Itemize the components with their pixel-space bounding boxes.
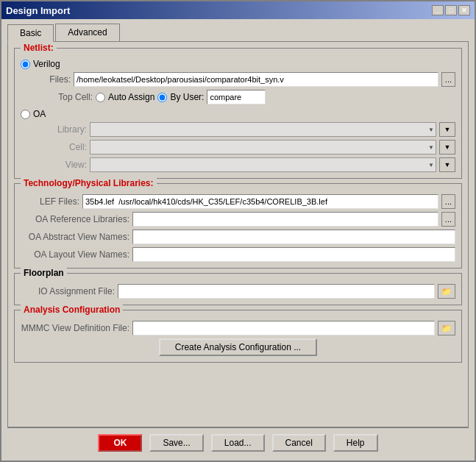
verilog-radio[interactable] bbox=[21, 60, 30, 69]
oa-layout-row: OA Layout View Names: bbox=[21, 247, 455, 262]
netlist-inner: Verilog Files: ... Top Cell: Auto Assign bbox=[21, 59, 455, 172]
close-button[interactable]: ✕ bbox=[458, 5, 470, 15]
bottom-bar: OK Save... Load... Cancel Help bbox=[7, 427, 469, 455]
by-user-input[interactable] bbox=[207, 90, 266, 104]
tech-inner: LEF Files: ... OA Reference Libraries: .… bbox=[21, 194, 455, 262]
tabs: Basic Advanced bbox=[7, 24, 469, 41]
analysis-section: Analysis Configuration MMMC View Definit… bbox=[14, 310, 462, 363]
files-row: Files: ... bbox=[43, 72, 455, 87]
topcell-row: Top Cell: Auto Assign By User: bbox=[43, 90, 455, 104]
floorplan-section: Floorplan IO Assignment File: 📁 bbox=[14, 273, 462, 305]
library-dropdown-btn[interactable]: ▼ bbox=[439, 122, 455, 137]
maximize-button[interactable]: □ bbox=[445, 5, 457, 15]
library-label: Library: bbox=[43, 124, 87, 135]
oa-ref-row: OA Reference Libraries: ... bbox=[21, 212, 455, 227]
oa-ref-browse-button[interactable]: ... bbox=[441, 212, 455, 227]
lef-row: LEF Files: ... bbox=[21, 194, 455, 209]
lef-input[interactable] bbox=[82, 194, 438, 209]
titlebar-buttons: _ □ ✕ bbox=[432, 5, 470, 15]
oa-label: OA bbox=[33, 109, 46, 119]
oa-layout-label: OA Layout View Names: bbox=[21, 249, 129, 260]
netlist-title: Netlist: bbox=[21, 43, 57, 53]
io-row: IO Assignment File: 📁 bbox=[21, 284, 455, 299]
cell-row: Cell: ▼ bbox=[43, 140, 455, 154]
io-label: IO Assignment File: bbox=[21, 286, 115, 296]
analysis-inner: MMMC View Definition File: 📁 Create Anal… bbox=[21, 321, 455, 356]
files-label: Files: bbox=[43, 74, 71, 85]
view-dropdown-btn[interactable]: ▼ bbox=[439, 157, 455, 172]
library-dropdown-wrapper bbox=[90, 122, 436, 137]
floorplan-title: Floorplan bbox=[21, 268, 67, 278]
library-dropdown[interactable] bbox=[90, 122, 436, 137]
tab-advanced[interactable]: Advanced bbox=[55, 24, 119, 41]
mmmc-input[interactable] bbox=[132, 321, 435, 335]
library-row: Library: ▼ bbox=[43, 122, 455, 137]
cancel-button[interactable]: Cancel bbox=[272, 434, 326, 452]
window-title: Design Import bbox=[6, 5, 70, 16]
view-dropdown[interactable] bbox=[90, 157, 436, 172]
files-input[interactable] bbox=[74, 72, 438, 87]
oa-radio[interactable] bbox=[21, 110, 30, 119]
tech-title: Technology/Physical Libraries: bbox=[21, 178, 157, 188]
lef-label: LEF Files: bbox=[21, 196, 79, 207]
floorplan-inner: IO Assignment File: 📁 bbox=[21, 284, 455, 299]
cell-dropdown-btn[interactable]: ▼ bbox=[439, 140, 455, 154]
mmmc-row: MMMC View Definition File: 📁 bbox=[21, 321, 455, 335]
help-button[interactable]: Help bbox=[333, 434, 378, 452]
oa-ref-label: OA Reference Libraries: bbox=[21, 214, 129, 224]
verilog-row: Verilog bbox=[21, 59, 455, 69]
oa-layout-input[interactable] bbox=[132, 247, 455, 262]
files-browse-button[interactable]: ... bbox=[441, 72, 455, 87]
analysis-title: Analysis Configuration bbox=[21, 305, 123, 315]
oa-ref-input[interactable] bbox=[132, 212, 438, 227]
window-content: Basic Advanced Netlist: Verilog Files: bbox=[1, 19, 475, 461]
view-row: View: ▼ bbox=[43, 157, 455, 172]
netlist-section: Netlist: Verilog Files: ... T bbox=[14, 48, 462, 179]
ok-button[interactable]: OK bbox=[98, 434, 142, 452]
mmmc-label: MMMC View Definition File: bbox=[21, 323, 129, 333]
auto-assign-radio[interactable] bbox=[96, 93, 105, 102]
lef-browse-button[interactable]: ... bbox=[441, 194, 455, 209]
create-btn-wrapper: Create Analysis Configuration ... bbox=[21, 338, 455, 356]
by-user-radio[interactable] bbox=[157, 93, 167, 102]
io-input[interactable] bbox=[118, 284, 435, 299]
minimize-button[interactable]: _ bbox=[432, 5, 444, 15]
oa-row: OA bbox=[21, 109, 455, 119]
save-button[interactable]: Save... bbox=[149, 434, 203, 452]
view-dropdown-wrapper bbox=[90, 157, 436, 172]
load-button[interactable]: Load... bbox=[211, 434, 265, 452]
topcell-label: Top Cell: bbox=[43, 92, 93, 102]
verilog-label: Verilog bbox=[33, 59, 60, 69]
auto-assign-label: Auto Assign bbox=[108, 92, 154, 102]
main-window: Design Import _ □ ✕ Basic Advanced Netli… bbox=[0, 0, 476, 462]
io-folder-button[interactable]: 📁 bbox=[438, 284, 455, 299]
cell-dropdown[interactable] bbox=[90, 140, 436, 154]
tech-section: Technology/Physical Libraries: LEF Files… bbox=[14, 183, 462, 269]
by-user-label: By User: bbox=[170, 92, 204, 102]
cell-label: Cell: bbox=[43, 142, 87, 152]
titlebar: Design Import _ □ ✕ bbox=[1, 1, 475, 19]
main-panel: Netlist: Verilog Files: ... T bbox=[7, 41, 469, 427]
oa-abstract-input[interactable] bbox=[132, 230, 455, 244]
view-label: View: bbox=[43, 160, 87, 170]
cell-dropdown-wrapper bbox=[90, 140, 436, 154]
oa-abstract-label: OA Abstract View Names: bbox=[21, 232, 129, 242]
tab-basic[interactable]: Basic bbox=[7, 24, 54, 42]
create-analysis-button[interactable]: Create Analysis Configuration ... bbox=[159, 338, 317, 356]
oa-abstract-row: OA Abstract View Names: bbox=[21, 230, 455, 244]
mmmc-folder-button[interactable]: 📁 bbox=[438, 321, 455, 335]
